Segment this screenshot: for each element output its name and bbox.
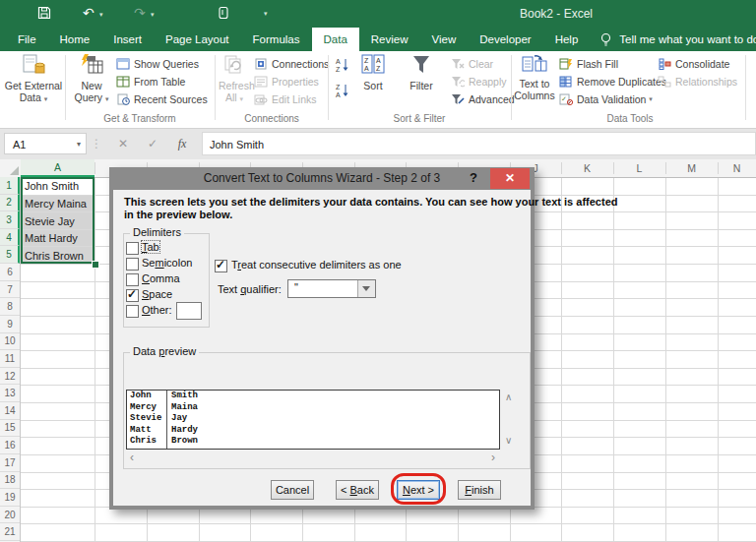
row-header-4[interactable]: 4 [0, 229, 20, 247]
tab-checkbox-label[interactable]: Tab [142, 241, 159, 253]
select-all-button[interactable] [0, 159, 22, 177]
undo-icon[interactable]: ↶ [83, 4, 94, 22]
dropdown-arrow-icon[interactable] [357, 280, 375, 297]
tab-page-layout[interactable]: Page Layout [154, 28, 241, 51]
insert-function-icon[interactable]: fx [169, 133, 195, 154]
save-icon[interactable] [37, 6, 51, 24]
back-button[interactable]: < Back [336, 480, 379, 500]
semicolon-checkbox[interactable] [126, 258, 139, 271]
tab-help[interactable]: Help [543, 28, 591, 51]
consolidate-button[interactable]: Consolidate [658, 56, 729, 72]
refresh-all-button[interactable]: Refresh All ▾ [219, 53, 250, 104]
sort-ascending-button[interactable]: AZ [335, 57, 350, 73]
row-header-11[interactable]: 11 [0, 350, 20, 368]
touch-mode-icon[interactable] [217, 6, 230, 24]
row-header-20[interactable]: 20 [0, 507, 20, 524]
text-to-columns-button[interactable]: Text to Columns [514, 53, 555, 101]
row-header-6[interactable]: 6 [0, 264, 20, 281]
row-header-9[interactable]: 9 [0, 316, 20, 333]
column-header-l[interactable]: L [613, 159, 665, 176]
cell-a5[interactable]: Chris Brown [23, 247, 94, 264]
row-header-2[interactable]: 2 [0, 195, 20, 212]
row-header-18[interactable]: 18 [0, 472, 20, 490]
space-checkbox-label[interactable]: Space [142, 288, 172, 300]
row-header-10[interactable]: 10 [0, 333, 20, 351]
other-checkbox-label[interactable]: Other: [142, 304, 172, 316]
space-checkbox[interactable] [126, 289, 139, 302]
tab-formulas[interactable]: Formulas [241, 28, 312, 51]
clear-filter-button[interactable]: Clear [451, 56, 493, 72]
from-table-button[interactable]: From Table [116, 74, 185, 90]
data-validation-button[interactable]: ✓ Data Validation ▾ [559, 91, 653, 107]
cell-a4[interactable]: Matt Hardy [23, 230, 94, 247]
enter-entry-icon[interactable]: ✓ [140, 133, 165, 154]
tab-home[interactable]: Home [48, 28, 102, 51]
text-qualifier-dropdown[interactable]: " [287, 279, 376, 298]
sort-descending-button[interactable]: ZA [335, 83, 350, 98]
treat-consecutive-checkbox[interactable] [215, 260, 227, 272]
scroll-up-icon[interactable]: ∧ [505, 392, 512, 402]
advanced-filter-button[interactable]: Advanced [451, 91, 515, 107]
comma-checkbox-label[interactable]: Comma [142, 272, 180, 284]
finish-button[interactable]: Finish [458, 480, 501, 500]
undo-dropdown-icon[interactable]: ▾ [99, 11, 103, 19]
dialog-help-button[interactable]: ? [464, 167, 483, 189]
tab-insert[interactable]: Insert [101, 28, 154, 51]
sort-button[interactable]: ZAAZ Sort [354, 53, 392, 92]
formula-input[interactable]: John Smith [202, 132, 756, 155]
scroll-right-icon[interactable]: › [491, 452, 495, 462]
semicolon-checkbox-label[interactable]: Semicolon [142, 257, 192, 269]
row-header-14[interactable]: 14 [0, 402, 20, 420]
connections-button[interactable]: Connections [254, 56, 329, 72]
edit-links-button[interactable]: Edit Links [254, 91, 317, 107]
relationships-button[interactable]: Relationships [658, 74, 737, 90]
column-header-a[interactable]: A [21, 159, 94, 177]
tab-data[interactable]: Data [312, 28, 359, 51]
redo-icon[interactable]: ↷ [134, 4, 146, 22]
tell-me-box[interactable]: Tell me what you want to do [599, 28, 756, 51]
reapply-filter-button[interactable]: Reapply [451, 74, 507, 90]
row-header-21[interactable]: 21 [0, 523, 20, 541]
tab-file[interactable]: File [6, 28, 48, 51]
row-header-3[interactable]: 3 [0, 211, 20, 229]
cell-a3[interactable]: Stevie Jay [23, 212, 94, 229]
properties-button[interactable]: Properties [254, 74, 319, 90]
scroll-left-icon[interactable]: ‹ [130, 452, 134, 462]
tab-review[interactable]: Review [359, 28, 420, 51]
row-header-12[interactable]: 12 [0, 368, 20, 386]
column-header-k[interactable]: K [561, 159, 613, 176]
remove-duplicates-button[interactable]: Remove Duplicates [559, 74, 666, 90]
tab-developer[interactable]: Developer [468, 28, 542, 51]
tab-view[interactable]: View [420, 28, 469, 51]
new-query-button[interactable]: New Query ▾ [71, 53, 112, 104]
flash-fill-button[interactable]: Flash Fill [559, 56, 618, 72]
scroll-down-icon[interactable]: ∨ [505, 436, 512, 446]
row-header-5[interactable]: 5 [0, 246, 20, 264]
column-header-m[interactable]: M [665, 159, 718, 176]
cell-a1[interactable]: John Smith [23, 178, 94, 195]
tab-checkbox[interactable] [126, 242, 139, 255]
recent-sources-button[interactable]: Recent Sources [116, 91, 208, 107]
column-header-n[interactable]: N [718, 159, 756, 176]
redo-dropdown-icon[interactable]: ▾ [151, 11, 155, 19]
next-button[interactable]: Next > [397, 480, 440, 500]
fill-handle[interactable] [92, 261, 99, 269]
name-box-dropdown-icon[interactable]: ▾ [77, 134, 81, 155]
dialog-close-button[interactable]: ✕ [490, 168, 530, 189]
row-header-19[interactable]: 19 [0, 489, 20, 507]
row-header-17[interactable]: 17 [0, 454, 20, 472]
other-checkbox[interactable] [126, 305, 139, 318]
row-header-7[interactable]: 7 [0, 281, 20, 299]
customize-qat-icon[interactable]: ▾ [264, 10, 268, 18]
comma-checkbox[interactable] [126, 273, 139, 286]
other-delimiter-input[interactable] [176, 302, 202, 320]
show-queries-button[interactable]: Show Queries [116, 56, 199, 72]
formula-bar-splitter[interactable]: ⋮ [91, 133, 102, 154]
cell-a2[interactable]: Mercy Maina [23, 196, 94, 212]
treat-consecutive-label[interactable]: Treat consecutive delimiters as one [231, 259, 402, 271]
row-header-15[interactable]: 15 [0, 420, 20, 438]
row-header-13[interactable]: 13 [0, 385, 20, 402]
filter-button[interactable]: Filter [398, 53, 445, 92]
cancel-button[interactable]: Cancel [271, 480, 314, 500]
cancel-entry-icon[interactable]: ✕ [110, 133, 136, 154]
